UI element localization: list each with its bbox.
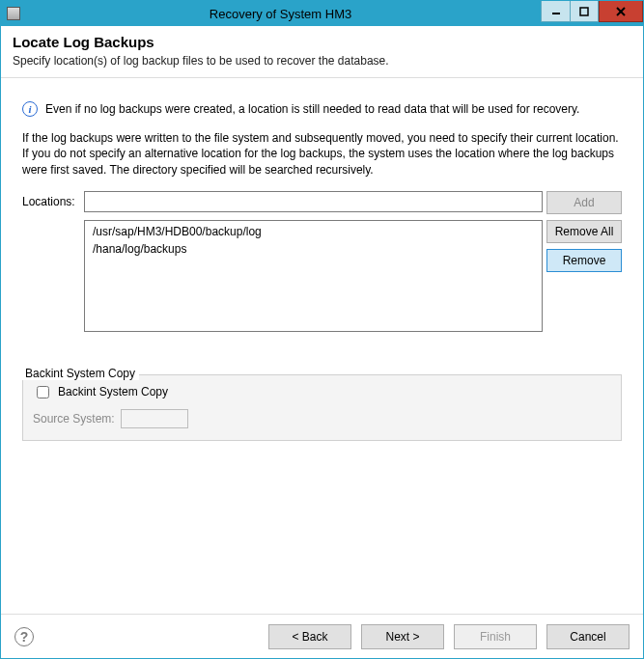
cancel-button[interactable]: Cancel	[546, 624, 630, 649]
backint-legend: Backint System Copy	[21, 367, 139, 380]
info-message: i Even if no log backups were created, a…	[22, 101, 622, 117]
info-icon: i	[22, 101, 38, 117]
recovery-wizard-window: Recovery of System HM3 Locate Log Backup…	[0, 0, 644, 659]
app-icon	[7, 7, 20, 20]
locations-input[interactable]	[84, 191, 543, 212]
locations-label: Locations:	[22, 191, 80, 208]
window-controls	[541, 1, 643, 26]
add-button[interactable]: Add	[546, 191, 622, 214]
wizard-body: i Even if no log backups were created, a…	[1, 78, 643, 614]
page-title: Locate Log Backups	[13, 34, 631, 50]
back-button[interactable]: < Back	[268, 624, 351, 649]
explanation-text: If the log backups were written to the f…	[22, 130, 622, 178]
source-system-input	[121, 409, 188, 428]
list-item[interactable]: /usr/sap/HM3/HDB00/backup/log	[85, 223, 542, 240]
maximize-button[interactable]	[570, 1, 599, 22]
maximize-icon	[579, 7, 589, 16]
backint-checkbox-label: Backint System Copy	[58, 385, 168, 398]
minimize-icon	[551, 7, 561, 16]
remove-all-button[interactable]: Remove All	[546, 220, 622, 243]
svg-rect-1	[580, 8, 588, 15]
source-system-row: Source System:	[33, 409, 611, 428]
locations-list[interactable]: /usr/sap/HM3/HDB00/backup/log /hana/log/…	[84, 220, 543, 332]
minimize-button[interactable]	[541, 1, 570, 22]
list-item[interactable]: /hana/log/backups	[85, 240, 542, 258]
close-icon	[615, 6, 627, 17]
finish-button[interactable]: Finish	[454, 624, 537, 649]
window-title: Recovery of System HM3	[20, 7, 541, 21]
locations-side-buttons: Remove All Remove	[546, 220, 622, 332]
wizard-header: Locate Log Backups Specify location(s) o…	[1, 26, 643, 78]
locations-input-row: Locations: Add	[22, 191, 622, 214]
backint-fieldset: Backint System Copy Backint System Copy …	[22, 374, 622, 441]
locations-list-row: /usr/sap/HM3/HDB00/backup/log /hana/log/…	[22, 220, 622, 332]
close-button[interactable]	[599, 1, 643, 22]
titlebar[interactable]: Recovery of System HM3	[1, 1, 643, 26]
backint-checkbox[interactable]	[37, 386, 49, 398]
source-system-label: Source System:	[33, 412, 115, 426]
wizard-footer: ? < Back Next > Finish Cancel	[1, 614, 643, 658]
backint-checkbox-row: Backint System Copy	[33, 383, 611, 401]
next-button[interactable]: Next >	[361, 624, 444, 649]
help-icon[interactable]: ?	[14, 627, 34, 646]
remove-button[interactable]: Remove	[546, 249, 622, 272]
page-subtitle: Specify location(s) of log backup files …	[13, 54, 631, 68]
info-text: Even if no log backups were created, a l…	[45, 101, 579, 117]
